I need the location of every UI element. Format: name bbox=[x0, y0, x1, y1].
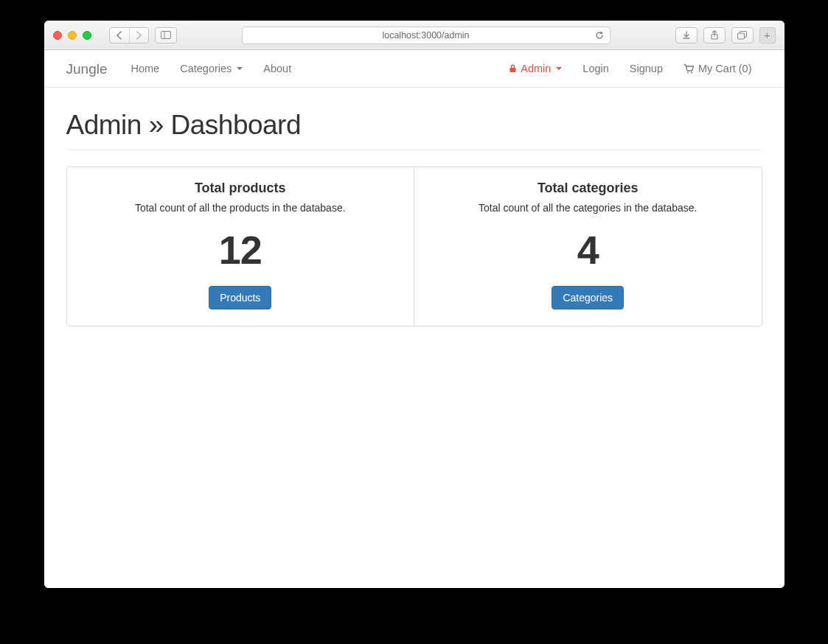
forward-button[interactable] bbox=[129, 28, 148, 43]
card-products: Total products Total count of all the pr… bbox=[67, 167, 414, 326]
nav-login[interactable]: Login bbox=[572, 50, 619, 87]
nav-home-label: Home bbox=[131, 63, 160, 74]
chrome-right-controls: + bbox=[675, 27, 776, 43]
categories-button[interactable]: Categories bbox=[552, 286, 624, 309]
fullscreen-window-button[interactable] bbox=[83, 31, 91, 40]
card-products-description: Total count of all the products in the d… bbox=[82, 202, 400, 214]
nav-categories-label: Categories bbox=[180, 63, 232, 74]
page-content: Admin » Dashboard Total products Total c… bbox=[44, 88, 784, 588]
nav-admin-label: Admin bbox=[521, 63, 551, 74]
card-categories-description: Total count of all the categories in the… bbox=[429, 202, 747, 214]
svg-point-7 bbox=[691, 71, 692, 73]
tabs-button[interactable] bbox=[731, 27, 754, 43]
nav-about[interactable]: About bbox=[253, 50, 302, 87]
browser-window: localhost:3000/admin + Jungle Home bbox=[44, 21, 784, 588]
chevron-down-icon bbox=[556, 67, 562, 70]
address-bar[interactable]: localhost:3000/admin bbox=[242, 27, 610, 44]
svg-rect-5 bbox=[510, 68, 516, 72]
browser-chrome: localhost:3000/admin + bbox=[44, 21, 784, 50]
sidebar-toggle-button[interactable] bbox=[155, 27, 177, 43]
svg-rect-4 bbox=[737, 33, 744, 39]
cart-icon bbox=[683, 64, 695, 74]
nav-login-label: Login bbox=[582, 63, 608, 74]
lock-icon bbox=[509, 64, 517, 73]
products-button[interactable]: Products bbox=[209, 286, 271, 309]
minimize-window-button[interactable] bbox=[68, 31, 77, 40]
share-button[interactable] bbox=[703, 27, 726, 43]
url-text: localhost:3000/admin bbox=[382, 30, 469, 41]
brand-link[interactable]: Jungle bbox=[66, 62, 108, 76]
nav-signup[interactable]: Signup bbox=[619, 50, 673, 87]
back-button[interactable] bbox=[110, 28, 129, 43]
page-title: Admin » Dashboard bbox=[66, 110, 762, 150]
svg-rect-0 bbox=[161, 32, 170, 39]
new-tab-button[interactable]: + bbox=[759, 27, 776, 43]
card-categories: Total categories Total count of all the … bbox=[414, 167, 762, 326]
nav-home[interactable]: Home bbox=[121, 50, 170, 87]
nav-history-group bbox=[109, 27, 149, 43]
close-window-button[interactable] bbox=[53, 31, 62, 40]
nav-admin[interactable]: Admin bbox=[498, 50, 572, 87]
chevron-down-icon bbox=[237, 67, 243, 70]
reload-button[interactable] bbox=[595, 31, 604, 40]
svg-point-6 bbox=[687, 71, 689, 73]
nav-cart[interactable]: My Cart (0) bbox=[673, 50, 762, 87]
nav-left: Home Categories About bbox=[121, 50, 302, 87]
dashboard-cards: Total products Total count of all the pr… bbox=[66, 167, 762, 326]
nav-signup-label: Signup bbox=[630, 63, 663, 74]
app-navbar: Jungle Home Categories About Admin bbox=[44, 50, 784, 88]
card-categories-title: Total categories bbox=[429, 181, 747, 196]
nav-about-label: About bbox=[263, 63, 291, 74]
window-controls bbox=[53, 31, 91, 40]
downloads-button[interactable] bbox=[675, 27, 697, 43]
nav-right: Admin Login Signup My Cart (0) bbox=[498, 50, 762, 87]
nav-categories[interactable]: Categories bbox=[170, 50, 253, 87]
card-categories-value: 4 bbox=[429, 227, 747, 273]
card-products-title: Total products bbox=[82, 181, 400, 196]
nav-cart-label: My Cart (0) bbox=[698, 63, 752, 74]
card-products-value: 12 bbox=[82, 227, 400, 273]
